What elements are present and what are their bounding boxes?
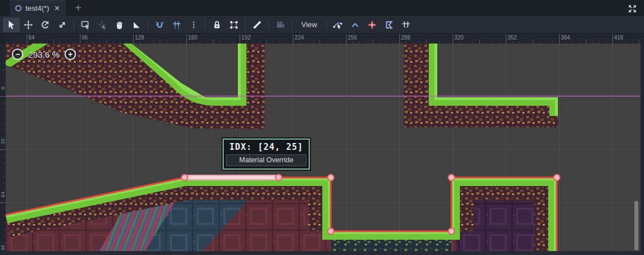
terrain-scene bbox=[6, 44, 641, 251]
vertex-handle[interactable] bbox=[328, 175, 334, 181]
scene-tab-title: test4(*) bbox=[25, 4, 49, 12]
camera-icon bbox=[275, 20, 285, 30]
shape-snap-icon bbox=[401, 20, 411, 30]
scene-circle-icon bbox=[15, 5, 22, 11]
view-menu-label: View bbox=[295, 20, 323, 29]
camera-override-button[interactable] bbox=[272, 18, 289, 32]
edge-hover-tooltip: IDX: [24, 25] Material Override bbox=[223, 139, 310, 170]
ruler-label: 320 bbox=[454, 34, 464, 41]
drag-pixel-snap-button[interactable] bbox=[94, 18, 111, 32]
ruler-label: 384 bbox=[561, 34, 570, 41]
viewport-right-edge bbox=[641, 34, 644, 251]
toggle-fullscreen-button[interactable] bbox=[626, 2, 638, 15]
add-point-mode-button[interactable] bbox=[364, 18, 381, 32]
terrain-shape-top-right[interactable] bbox=[404, 44, 558, 127]
rotate-tool-button[interactable] bbox=[37, 18, 54, 32]
toolbar-separator bbox=[268, 19, 269, 31]
tooltip-material-text: Material Override bbox=[226, 154, 306, 166]
ruler-label: 160 bbox=[188, 34, 198, 41]
ruler-label: 96 bbox=[0, 245, 6, 250]
select-arrow-icon bbox=[6, 20, 16, 30]
polygon-tool-icon bbox=[384, 20, 394, 30]
zoom-in-button[interactable]: + bbox=[65, 49, 76, 60]
canvas-toolbar: View bbox=[0, 16, 644, 34]
godot-2d-editor: test4(*) × + bbox=[0, 0, 644, 255]
ruler-label: 64 bbox=[0, 192, 6, 197]
expand-arrows-icon bbox=[627, 3, 638, 14]
edit-polygon-mode-button[interactable] bbox=[381, 18, 398, 32]
scene-tab-test4[interactable]: test4(*) × bbox=[10, 0, 66, 16]
ruler-label: 96 bbox=[82, 34, 88, 41]
smart-snap-button[interactable] bbox=[151, 18, 168, 32]
add-point-cross-icon bbox=[367, 20, 377, 30]
vertex-handle[interactable] bbox=[449, 228, 455, 235]
ruler-label: 352 bbox=[507, 34, 517, 41]
edit-points-mode-button[interactable] bbox=[330, 18, 347, 32]
ruler-label: 416 bbox=[614, 34, 624, 41]
group-icon bbox=[229, 20, 239, 30]
horizontal-ruler: 64 96 128 160 192 224 256 288 320 352 38… bbox=[6, 34, 641, 44]
ruler-label: 64 bbox=[28, 34, 35, 41]
ruler-label: 224 bbox=[295, 34, 304, 41]
select-tool-button[interactable] bbox=[3, 18, 20, 32]
ruler-corner bbox=[0, 34, 6, 44]
scene-tab-bar: test4(*) × + bbox=[0, 0, 644, 16]
snap-options-menu-button[interactable] bbox=[185, 18, 202, 32]
view-menu-button[interactable]: View bbox=[295, 18, 323, 32]
zoom-controls: − 293.6 % + bbox=[12, 49, 76, 60]
grid-snap-icon bbox=[172, 20, 182, 30]
move-tool-button[interactable] bbox=[20, 18, 37, 32]
ruler-label: 128 bbox=[135, 34, 144, 41]
zoom-level-label[interactable]: 293.6 % bbox=[28, 50, 59, 59]
scale-icon bbox=[57, 20, 67, 30]
ruler-label: 256 bbox=[348, 34, 357, 41]
pan-hand-icon bbox=[114, 20, 125, 30]
bone-icon bbox=[252, 20, 262, 30]
new-tab-button[interactable]: + bbox=[71, 2, 85, 14]
terrain-shape-bottom[interactable] bbox=[6, 178, 557, 251]
toolbar-separator bbox=[292, 19, 292, 31]
toolbar-separator bbox=[326, 19, 327, 31]
vertical-ruler: 0 32 64 96 bbox=[0, 44, 6, 251]
pixel-snap-cursor-icon bbox=[97, 20, 108, 30]
vertex-handle[interactable] bbox=[328, 228, 334, 235]
move-icon bbox=[23, 20, 33, 30]
scale-tool-button[interactable] bbox=[54, 18, 71, 32]
ruler-label: 0 bbox=[0, 87, 6, 89]
chevron-up-icon bbox=[350, 20, 360, 30]
toolbar-separator bbox=[74, 19, 74, 31]
bottom-panel-edge bbox=[0, 251, 644, 255]
toolbar-separator bbox=[205, 19, 206, 31]
vertical-scrollbar[interactable] bbox=[634, 201, 638, 250]
edit-points-icon bbox=[332, 19, 343, 30]
vertical-dots-icon bbox=[189, 20, 199, 30]
lock-icon bbox=[212, 20, 222, 30]
vertex-handle[interactable] bbox=[276, 175, 282, 181]
toolbar-separator bbox=[245, 19, 246, 31]
group-selection-button[interactable] bbox=[225, 18, 242, 32]
list-select-icon bbox=[80, 20, 91, 30]
ruler-label: 288 bbox=[401, 34, 411, 41]
zoom-out-button[interactable]: − bbox=[12, 49, 23, 60]
vertex-handle[interactable] bbox=[554, 175, 560, 181]
ruler-label: 32 bbox=[0, 139, 6, 144]
toolbar-separator bbox=[148, 19, 148, 31]
tab-close-icon[interactable]: × bbox=[53, 4, 61, 13]
collapse-chevron-button[interactable] bbox=[347, 18, 364, 32]
ruler-triangle-icon bbox=[131, 20, 142, 30]
vertex-handle[interactable] bbox=[449, 175, 455, 181]
magnet-icon bbox=[155, 20, 165, 30]
ruler-tool-button[interactable] bbox=[128, 18, 145, 32]
vertex-handle[interactable] bbox=[182, 175, 188, 181]
2d-viewport-canvas[interactable]: − 293.6 % + IDX: [24, 25] Material Overr… bbox=[6, 44, 641, 251]
shape-snap-settings-button[interactable] bbox=[398, 18, 415, 32]
grid-snap-button[interactable] bbox=[168, 18, 185, 32]
skeleton-options-button[interactable] bbox=[249, 18, 266, 32]
rotate-icon bbox=[40, 20, 50, 30]
tooltip-idx-text: IDX: [24, 25] bbox=[225, 141, 308, 154]
lock-selection-button[interactable] bbox=[208, 18, 225, 32]
ruler-label: 192 bbox=[241, 34, 251, 41]
pan-tool-button[interactable] bbox=[111, 18, 128, 32]
selectable-nodes-list-button[interactable] bbox=[77, 18, 94, 32]
